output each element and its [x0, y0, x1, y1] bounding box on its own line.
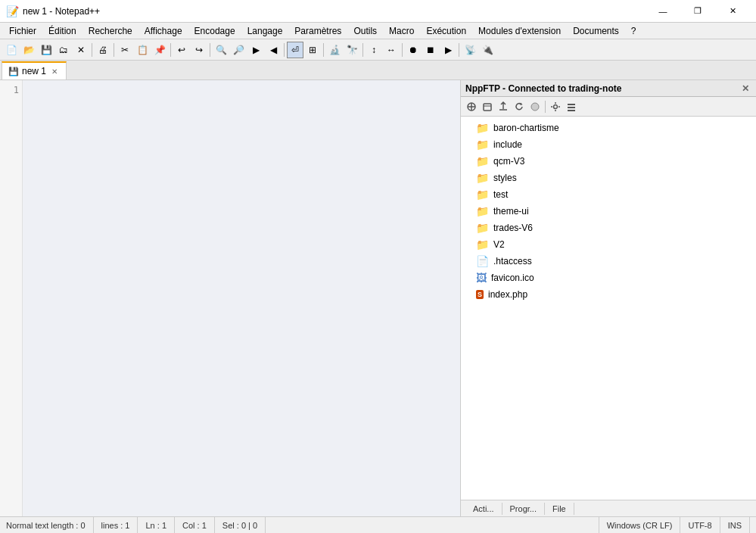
php-icon: S	[476, 290, 484, 299]
open-button[interactable]: 📂	[20, 42, 37, 58]
cut-button[interactable]: ✂	[117, 42, 133, 58]
status-lines: lines : 1	[94, 517, 138, 533]
menu-parametres[interactable]: Paramètres	[288, 24, 347, 38]
title-bar: 📝 new 1 - Notepad++ — ❐ ✕	[0, 0, 756, 23]
save-all-button[interactable]: 🗂	[55, 42, 72, 58]
ftp-item-qcm-v3[interactable]: 📁 qcm-V3	[461, 153, 756, 170]
new-button[interactable]: 📄	[3, 42, 20, 58]
menu-macro[interactable]: Macro	[383, 24, 420, 38]
toolbar-separator-8	[402, 43, 403, 57]
ftp-file-list[interactable]: 📁 baron-chartisme 📁 include 📁 qcm-V3 📁 s…	[461, 117, 756, 500]
main-area: 1 NppFTP - Connected to trading-note ✕	[0, 80, 756, 516]
folder-icon: 📁	[476, 122, 489, 134]
ftp-refresh-button[interactable]	[512, 99, 527, 114]
ftp-status-file[interactable]: File	[545, 503, 574, 515]
ftp-item-name: qcm-V3	[493, 156, 524, 167]
menu-langage[interactable]: Langage	[241, 24, 289, 38]
ftp-item-v2[interactable]: 📁 V2	[461, 236, 756, 253]
ftp-item-name: .htaccess	[493, 256, 532, 266]
tab-close-button[interactable]: ✕	[49, 66, 60, 76]
ftp-settings-button[interactable]	[548, 99, 563, 114]
toolbar-separator-4	[210, 43, 210, 57]
status-encoding: UTF-8	[680, 517, 720, 533]
save-button[interactable]: 💾	[38, 42, 54, 58]
undo-button[interactable]: ↩	[173, 42, 190, 58]
svg-rect-3	[484, 104, 491, 111]
menu-help[interactable]: ?	[625, 24, 642, 38]
menu-fichier[interactable]: Fichier	[3, 24, 42, 38]
ftp-item-index-php[interactable]: S index.php	[461, 286, 756, 303]
toolbar-separator-3	[170, 43, 171, 57]
replace-button[interactable]: 🔎	[230, 42, 247, 58]
maximize-button[interactable]: ❐	[680, 0, 715, 23]
ftp-item-test[interactable]: 📁 test	[461, 186, 756, 203]
macro-rec-button[interactable]: ⏺	[405, 42, 422, 58]
ftp-item-name: include	[493, 139, 522, 150]
tab-label: new 1	[22, 66, 46, 76]
paste-button[interactable]: 📌	[151, 42, 168, 58]
menu-encodage[interactable]: Encodage	[188, 24, 241, 38]
menu-modules[interactable]: Modules d'extension	[472, 24, 567, 38]
svg-point-4	[531, 103, 539, 111]
sync-h-button[interactable]: ↔	[383, 42, 400, 58]
word-wrap-button[interactable]: ⏎	[287, 42, 303, 58]
nppftp-button[interactable]: 📡	[462, 42, 478, 58]
redo-button[interactable]: ↪	[191, 42, 207, 58]
ftp-item-include[interactable]: 📁 include	[461, 136, 756, 153]
plugin-button[interactable]: 🔌	[479, 42, 496, 58]
ftp-item-name: theme-ui	[493, 206, 529, 217]
sync-v-button[interactable]: ↕	[366, 42, 382, 58]
toolbar-separator-7	[362, 43, 363, 57]
ftp-stop-button[interactable]	[527, 99, 543, 114]
line-number-1: 1	[3, 83, 19, 97]
tab-new1[interactable]: 💾 new 1 ✕	[2, 61, 67, 79]
copy-button[interactable]: 📋	[134, 42, 151, 58]
ftp-connect-button[interactable]	[464, 99, 479, 114]
zoom-in-button[interactable]: 🔬	[326, 42, 343, 58]
editor-content[interactable]	[23, 80, 460, 516]
ftp-item-baron-chartisme[interactable]: 📁 baron-chartisme	[461, 120, 756, 136]
ftp-files-button[interactable]	[480, 99, 495, 114]
ftp-item-favicon[interactable]: 🖼 favicon.ico	[461, 270, 756, 286]
ftp-item-name: test	[493, 189, 508, 200]
ftp-item-theme-ui[interactable]: 📁 theme-ui	[461, 203, 756, 220]
menu-edition[interactable]: Édition	[42, 24, 82, 38]
menu-execution[interactable]: Exécution	[420, 24, 472, 38]
ftp-title: NppFTP - Connected to trading-note	[465, 83, 739, 94]
toolbar: 📄 📂 💾 🗂 ✕ 🖨 ✂ 📋 📌 ↩ ↪ 🔍 🔎 ▶ ◀ ⏎ ⊞ 🔬 🔭 ↕ …	[0, 39, 756, 61]
toolbar-separator-5	[284, 43, 285, 57]
ftp-item-name: V2	[493, 239, 505, 250]
ico-icon: 🖼	[476, 272, 487, 284]
close-tab-button[interactable]: ✕	[73, 42, 89, 58]
toolbar-separator-9	[459, 43, 459, 57]
macro-play-button[interactable]: ▶	[440, 42, 456, 58]
close-button[interactable]: ✕	[715, 0, 750, 23]
ftp-item-styles[interactable]: 📁 styles	[461, 170, 756, 186]
ftp-panel: NppFTP - Connected to trading-note ✕	[461, 80, 756, 516]
tab-bar: 💾 new 1 ✕	[0, 61, 756, 80]
folder-icon: 📁	[476, 172, 489, 184]
find-button[interactable]: 🔍	[213, 42, 229, 58]
zoom-out-button[interactable]: 🔭	[344, 42, 360, 58]
menu-outils[interactable]: Outils	[347, 24, 383, 38]
ftp-toolbar	[461, 97, 756, 117]
find-next-button[interactable]: ▶	[247, 42, 264, 58]
print-button[interactable]: 🖨	[95, 42, 111, 58]
ftp-item-name: favicon.ico	[491, 273, 534, 283]
ftp-close-button[interactable]: ✕	[739, 83, 751, 95]
ftp-status-progr[interactable]: Progr...	[502, 503, 545, 515]
menu-recherche[interactable]: Recherche	[82, 24, 138, 38]
menu-documents[interactable]: Documents	[567, 24, 625, 38]
ftp-status-acti[interactable]: Acti...	[465, 503, 502, 515]
show-indent-button[interactable]: ⊞	[304, 42, 321, 58]
menu-affichage[interactable]: Affichage	[138, 24, 188, 38]
ftp-upload-button[interactable]	[496, 99, 511, 114]
macro-stop-button[interactable]: ⏹	[422, 42, 439, 58]
ftp-item-trades-v6[interactable]: 📁 trades-V6	[461, 220, 756, 236]
minimize-button[interactable]: —	[646, 0, 680, 23]
find-prev-button[interactable]: ◀	[265, 42, 282, 58]
status-eol: Windows (CR LF)	[599, 517, 681, 533]
folder-icon: 📁	[476, 238, 489, 251]
ftp-item-htaccess[interactable]: 📄 .htaccess	[461, 253, 756, 270]
ftp-view-button[interactable]	[564, 99, 579, 114]
